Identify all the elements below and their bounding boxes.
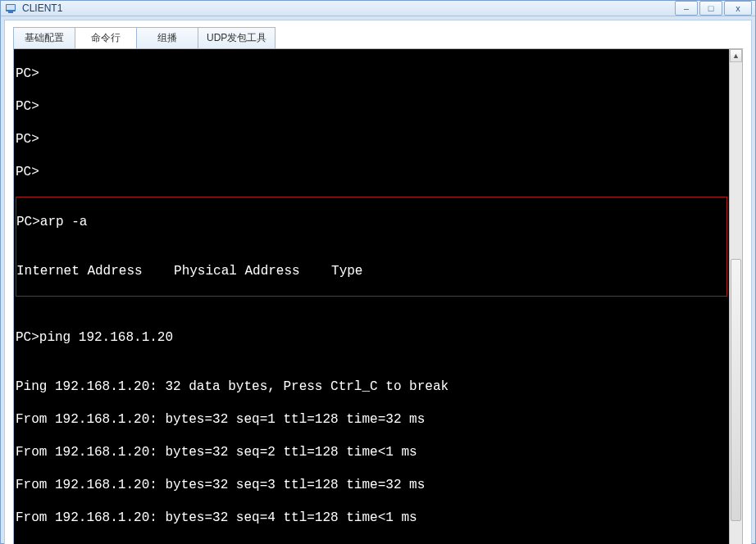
svg-rect-1 <box>7 5 15 10</box>
terminal-line: PC> <box>16 66 727 82</box>
scroll-track[interactable] <box>730 62 742 544</box>
chevron-up-icon: ▲ <box>732 52 740 60</box>
window-controls: – □ x <box>675 1 752 16</box>
app-window: CLIENT1 – □ x 基础配置 命令行 组播 UDP发包工具 PC> PC… <box>0 0 756 544</box>
maximize-icon: □ <box>708 3 714 13</box>
scrollbar[interactable]: ▲ ▼ <box>729 49 742 544</box>
tab-multicast[interactable]: 组播 <box>136 27 198 48</box>
tab-label: 组播 <box>157 31 177 45</box>
close-button[interactable]: x <box>724 1 752 16</box>
arp-output-box-1: PC>arp -a Internet Address Physical Addr… <box>16 197 727 297</box>
tab-cli[interactable]: 命令行 <box>75 27 137 48</box>
window-title: CLIENT1 <box>22 2 675 14</box>
scroll-up-button[interactable]: ▲ <box>730 49 742 62</box>
terminal-line: From 192.168.1.20: bytes=32 seq=1 ttl=12… <box>16 411 727 428</box>
terminal-line: From 192.168.1.20: bytes=32 seq=3 ttl=12… <box>16 477 727 493</box>
tab-label: 基础配置 <box>25 31 64 45</box>
tab-label: UDP发包工具 <box>207 31 266 45</box>
minimize-button[interactable]: – <box>675 1 698 16</box>
terminal-line: From 192.168.1.20: bytes=32 seq=2 ttl=12… <box>16 444 727 460</box>
tab-udp-tool[interactable]: UDP发包工具 <box>198 27 276 48</box>
maximize-button[interactable]: □ <box>699 1 722 16</box>
terminal-line: PC> <box>16 164 727 180</box>
terminal-line: PC> <box>16 98 727 115</box>
content-area: 基础配置 命令行 组播 UDP发包工具 PC> PC> PC> PC> PC>a… <box>4 20 752 544</box>
app-icon <box>4 2 17 15</box>
terminal-line: PC>arp -a <box>16 214 726 230</box>
terminal-line: Ping 192.168.1.20: 32 data bytes, Press … <box>16 379 727 395</box>
svg-rect-2 <box>8 11 13 13</box>
tab-bar: 基础配置 命令行 组播 UDP发包工具 <box>13 27 743 48</box>
terminal-line: From 192.168.1.20: bytes=32 seq=4 ttl=12… <box>16 510 727 526</box>
terminal-line: PC> <box>16 131 727 147</box>
terminal-panel: PC> PC> PC> PC> PC>arp -a Internet Addre… <box>13 48 743 544</box>
tab-label: 命令行 <box>91 31 121 45</box>
terminal-line: Internet Address Physical Address Type <box>16 263 726 279</box>
close-icon: x <box>736 3 740 13</box>
scroll-thumb[interactable] <box>731 259 741 521</box>
terminal-line: PC>ping 192.168.1.20 <box>16 329 727 346</box>
terminal[interactable]: PC> PC> PC> PC> PC>arp -a Internet Addre… <box>14 49 729 544</box>
minimize-icon: – <box>684 3 689 13</box>
tab-basic-config[interactable]: 基础配置 <box>13 27 75 48</box>
titlebar[interactable]: CLIENT1 – □ x <box>1 1 755 16</box>
